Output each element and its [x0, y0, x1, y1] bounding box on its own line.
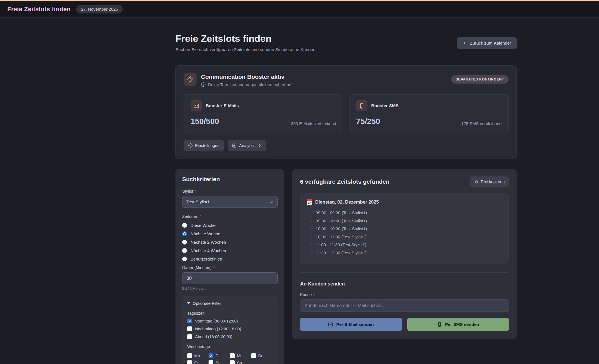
tageszeit-label: Tageszeit: [187, 311, 273, 315]
stylist-select-value: Test Stylist1: [186, 199, 210, 204]
slot-item: 10:30 - 11:00 (Test Stylist1): [311, 233, 502, 241]
wochentag-label: So: [237, 361, 242, 364]
copy-button-label: Text kopieren: [481, 179, 505, 184]
email-quota-usage: 150/500: [191, 117, 219, 126]
slot-item: 09:00 - 09:30 (Test Stylist1): [311, 209, 502, 217]
analytics-button-label: Analytics: [239, 143, 255, 148]
dauer-label: Dauer (Minuten)*: [182, 265, 278, 270]
radio-icon[interactable]: [182, 248, 187, 253]
info-circle-icon: [201, 82, 206, 87]
required-mark: *: [213, 265, 215, 270]
stylist-select[interactable]: Test Stylist1: [182, 196, 278, 208]
radio-option-label: Nächste 2 Wochen: [191, 240, 226, 245]
wochentag-label: Sa: [216, 361, 221, 364]
optional-filter-toggle[interactable]: Optionale Filter: [187, 301, 273, 306]
results-panel: 6 verfügbare Zeitslots gefunden Text kop…: [292, 169, 517, 339]
zeitraum-radio-group: Diese Woche Nächste Woche Nächste 2 Woch…: [182, 223, 278, 261]
email-quota-card: Booster-E-Mails 150/500 350 E-Mails verb…: [184, 94, 343, 133]
dauer-input[interactable]: [182, 272, 278, 284]
zeitraum-radio-option[interactable]: Nächste 4 Wochen: [182, 248, 278, 253]
radio-option-label: Benutzerdefiniert: [191, 257, 222, 261]
checkbox-icon[interactable]: [209, 353, 213, 358]
checkbox-icon[interactable]: [187, 326, 192, 331]
wochentag-checkbox-option[interactable]: Mi: [230, 353, 251, 358]
wochentag-label: Mo: [194, 354, 200, 358]
radio-icon[interactable]: [182, 257, 187, 261]
checkbox-icon[interactable]: [230, 360, 235, 364]
radio-icon[interactable]: [182, 223, 187, 228]
checkbox-icon[interactable]: [251, 353, 256, 358]
sms-quota-card: Booster-SMS 75/250 175 SMS verbleibend: [349, 94, 509, 133]
back-to-calendar-button[interactable]: Zurück zum Kalender: [457, 37, 517, 49]
checkbox-option-label: Vormittag (08:00-12:00): [195, 319, 238, 323]
communication-booster-card: Communication Booster aktiv Deine Termin…: [175, 65, 517, 159]
smartphone-icon: [437, 322, 442, 327]
tageszeit-checkbox-option[interactable]: Vormittag (08:00-12:00): [187, 319, 273, 323]
checkbox-icon[interactable]: [209, 360, 213, 364]
wochentag-checkbox-option[interactable]: Do: [251, 353, 273, 358]
tageszeit-checkbox-group: Vormittag (08:00-12:00) Nachmittag (12:0…: [187, 319, 273, 339]
wochentag-checkbox-option[interactable]: Sa: [209, 360, 230, 364]
gear-icon: [188, 143, 193, 148]
back-button-label: Zurück zum Kalender: [470, 41, 511, 46]
sms-quota-remaining: 175 SMS verbleibend: [461, 121, 502, 126]
send-section-title: An Kunden senden: [300, 281, 509, 287]
radio-option-label: Nächste 4 Wochen: [191, 248, 226, 253]
settings-button-label: Einstellungen: [195, 143, 220, 148]
email-quota-label: Booster-E-Mails: [206, 103, 239, 108]
wochentag-label: Do: [258, 354, 264, 358]
checkbox-icon[interactable]: [230, 353, 235, 358]
copy-icon: [474, 179, 478, 184]
zeitraum-radio-option[interactable]: Diese Woche: [182, 223, 278, 228]
analytics-button[interactable]: Analytics: [228, 140, 266, 151]
slots-list: 09:00 - 09:30 (Test Stylist1) 09:30 - 10…: [307, 209, 502, 257]
zeitraum-label: Zeitraum*: [182, 214, 278, 219]
wochentag-checkbox-option[interactable]: Mo: [187, 353, 209, 358]
slot-item: 09:30 - 10:00 (Test Stylist1): [311, 217, 502, 225]
zeitraum-radio-option[interactable]: Benutzerdefiniert: [182, 257, 278, 261]
send-email-button[interactable]: Per E-Mail senden: [300, 318, 402, 331]
customer-search-input[interactable]: [300, 300, 509, 312]
wochentag-checkbox-option[interactable]: So: [230, 360, 251, 364]
main-content: Freie Zeitslots finden Suchen Sie nach v…: [175, 18, 517, 364]
send-email-label: Per E-Mail senden: [336, 322, 374, 327]
page-header: Freie Zeitslots finden Suchen Sie nach v…: [175, 18, 517, 52]
wochentage-label: Wochentage: [187, 344, 273, 349]
copy-text-button[interactable]: Text kopieren: [470, 176, 509, 187]
slot-item: 10:00 - 10:30 (Test Stylist1): [311, 225, 502, 233]
lightning-bolt-icon: [184, 73, 196, 86]
divider: [300, 272, 509, 273]
checkbox-icon[interactable]: [187, 319, 192, 323]
slot-item: 11:30 - 12:00 (Test Stylist1): [311, 249, 502, 257]
email-quota-remaining: 350 E-Mails verbleibend: [291, 121, 336, 126]
radio-icon[interactable]: [182, 240, 187, 245]
optional-filter-title: Optionale Filter: [193, 301, 221, 306]
wochentag-checkbox-option[interactable]: Fr: [187, 360, 209, 364]
checkbox-icon[interactable]: [187, 334, 192, 339]
wochentag-label: Di: [216, 354, 220, 358]
zeitraum-radio-option[interactable]: Nächste Woche: [182, 231, 278, 236]
zeitraum-radio-option[interactable]: Nächste 2 Wochen: [182, 240, 278, 245]
radio-option-label: Diese Woche: [191, 223, 216, 228]
envelope-icon: [191, 100, 202, 111]
checkbox-icon[interactable]: [187, 360, 192, 364]
tageszeit-checkbox-option[interactable]: Abend (18:00-20:00): [187, 334, 273, 339]
topbar: Freie Zeitslots finden 27. November 2025: [0, 1, 599, 18]
radio-option-label: Nächste Woche: [191, 231, 220, 236]
smartphone-icon: [356, 100, 367, 111]
chevron-down-icon: [270, 200, 274, 204]
calendar-icon: [307, 199, 312, 205]
settings-button[interactable]: Einstellungen: [184, 140, 224, 151]
chevron-left-icon: [462, 41, 467, 45]
send-sms-button[interactable]: Per SMS senden: [407, 318, 509, 331]
kunde-label: Kunde*: [300, 292, 509, 297]
tageszeit-checkbox-option[interactable]: Nachmittag (12:00-18:00): [187, 326, 273, 331]
required-mark: *: [195, 189, 196, 193]
checkbox-option-label: Abend (18:00-20:00): [195, 335, 232, 339]
search-panel-title: Suchkriterien: [182, 176, 278, 183]
checkbox-icon[interactable]: [187, 353, 192, 358]
wochentag-checkbox-option[interactable]: Di: [209, 353, 230, 358]
booster-note-text: Deine Terminerinnerungen bleiben unberüh…: [208, 82, 293, 87]
radio-icon[interactable]: [182, 231, 187, 236]
search-criteria-panel: Suchkriterien Stylist* Test Stylist1 Zei…: [175, 169, 284, 364]
